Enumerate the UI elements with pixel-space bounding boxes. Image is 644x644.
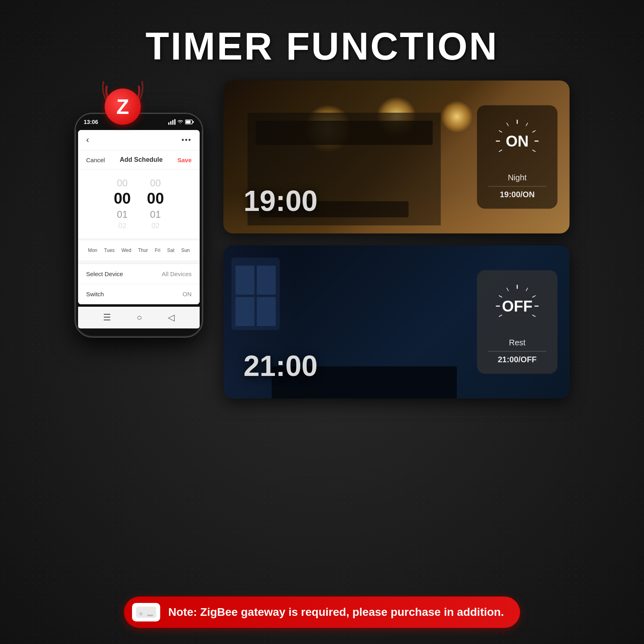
- svg-rect-1: [170, 121, 171, 125]
- window-panes: [235, 266, 276, 326]
- svg-line-22: [533, 296, 535, 297]
- gateway-led: [139, 612, 142, 615]
- back-button[interactable]: ‹: [86, 135, 89, 145]
- battery-icon: [185, 120, 194, 124]
- gateway-body: [136, 607, 156, 618]
- phone-screen: ‹ ••• Cancel Add Schedule Save: [78, 130, 200, 304]
- days-row: Mon Tues Wed Thur Fri Sat Sun: [78, 240, 200, 260]
- hour-bot: 01: [117, 209, 128, 220]
- page-title: TIMER FUNCTION: [145, 24, 498, 68]
- day-wed[interactable]: Wed: [121, 246, 132, 255]
- select-device-label: Select Device: [86, 270, 123, 277]
- time-picker: 00 00 01 02 00 00 01 02: [78, 169, 200, 238]
- switch-row[interactable]: Switch ON: [78, 284, 200, 304]
- note-bar: Note: ZigBee gateway is required, please…: [124, 597, 520, 628]
- phone-status-icons: [168, 119, 194, 125]
- svg-line-13: [533, 131, 535, 132]
- panels-section: 19:00: [223, 80, 570, 398]
- gateway-icon: [132, 603, 160, 621]
- wifi-icon: [177, 119, 184, 125]
- svg-line-10: [526, 123, 528, 126]
- window-frame: [231, 258, 280, 330]
- more-button[interactable]: •••: [182, 136, 192, 144]
- off-time-label: 21:00: [244, 349, 318, 382]
- on-scene-time: 19:00/ON: [488, 186, 546, 199]
- min-main: 00: [147, 190, 164, 207]
- off-panel: 21:00: [223, 246, 570, 398]
- schedule-bar: Cancel Add Schedule Save: [78, 151, 200, 169]
- on-scene-label: Night: [508, 173, 527, 182]
- pane2: [257, 266, 276, 295]
- on-status-text: ON: [506, 132, 529, 150]
- day-thur[interactable]: Thur: [137, 246, 149, 255]
- svg-line-24: [499, 296, 502, 297]
- day-fri[interactable]: Fri: [154, 246, 161, 255]
- phone-nav: ☰ ○ ◁: [78, 307, 200, 328]
- day-sat[interactable]: Sat: [166, 246, 175, 255]
- cancel-button[interactable]: Cancel: [86, 157, 105, 163]
- hour-main: 00: [114, 190, 131, 207]
- off-scene-time: 21:00/OFF: [488, 351, 546, 364]
- page-root: TIMER FUNCTION Z: [0, 0, 644, 644]
- select-device-value: All Devices: [162, 270, 192, 277]
- svg-rect-5: [186, 121, 191, 124]
- svg-line-11: [507, 123, 508, 126]
- svg-line-19: [526, 288, 528, 291]
- off-dial: OFF: [491, 280, 543, 332]
- switch-label: Switch: [86, 291, 104, 297]
- phone-section: Z 13:06: [74, 89, 203, 338]
- off-status-overlay: OFF Rest 21:00/OFF: [477, 270, 557, 374]
- svg-line-15: [499, 131, 502, 132]
- min-bot: 01: [150, 209, 161, 220]
- svg-line-21: [533, 315, 535, 317]
- time-columns: 00 00 01 02 00 00 01 02: [78, 173, 200, 234]
- minute-column: 00 00 01 02: [147, 178, 164, 230]
- svg-line-23: [499, 315, 502, 317]
- zigbee-z-letter: Z: [116, 95, 129, 119]
- hour-top: 00: [117, 178, 128, 189]
- gateway-port: [147, 615, 153, 616]
- note-text: Note: ZigBee gateway is required, please…: [168, 606, 504, 619]
- phone-frame: 13:06: [74, 113, 203, 338]
- on-status-overlay: ON Night 19:00/ON: [477, 105, 557, 209]
- min-faded: 02: [151, 222, 159, 230]
- nav-menu-icon[interactable]: ☰: [103, 312, 111, 323]
- pane3: [235, 297, 254, 326]
- svg-rect-2: [172, 120, 173, 125]
- pane1: [235, 266, 254, 295]
- pendant-light-3: [441, 101, 473, 133]
- save-button[interactable]: Save: [178, 157, 192, 163]
- min-top: 00: [150, 178, 161, 189]
- zigbee-logo: Z: [105, 89, 141, 125]
- svg-line-14: [499, 150, 502, 152]
- switch-value: ON: [183, 291, 192, 297]
- nav-back-icon[interactable]: ◁: [168, 312, 175, 323]
- nav-home-icon[interactable]: ○: [137, 312, 142, 323]
- content-area: Z 13:06: [0, 80, 644, 398]
- schedule-title: Add Schedule: [120, 156, 163, 163]
- off-scene-label: Rest: [509, 338, 525, 347]
- hour-faded: 02: [118, 222, 126, 230]
- svg-line-12: [533, 150, 535, 152]
- signal-icon: [168, 119, 175, 125]
- day-sun[interactable]: Sun: [180, 246, 190, 255]
- on-dial: ON: [491, 115, 543, 167]
- off-status-text: OFF: [502, 297, 533, 315]
- pane4: [257, 297, 276, 326]
- select-device-row[interactable]: Select Device All Devices: [78, 264, 200, 284]
- day-mon[interactable]: Mon: [87, 246, 98, 255]
- hour-column: 00 00 01 02: [114, 178, 131, 230]
- svg-rect-6: [193, 121, 194, 123]
- svg-line-20: [507, 288, 508, 291]
- on-panel: 19:00: [223, 80, 570, 233]
- svg-rect-0: [168, 122, 169, 125]
- day-tues[interactable]: Tues: [103, 246, 116, 255]
- on-time-label: 19:00: [244, 184, 318, 217]
- svg-rect-3: [174, 119, 175, 125]
- cabinet-top: [256, 121, 433, 145]
